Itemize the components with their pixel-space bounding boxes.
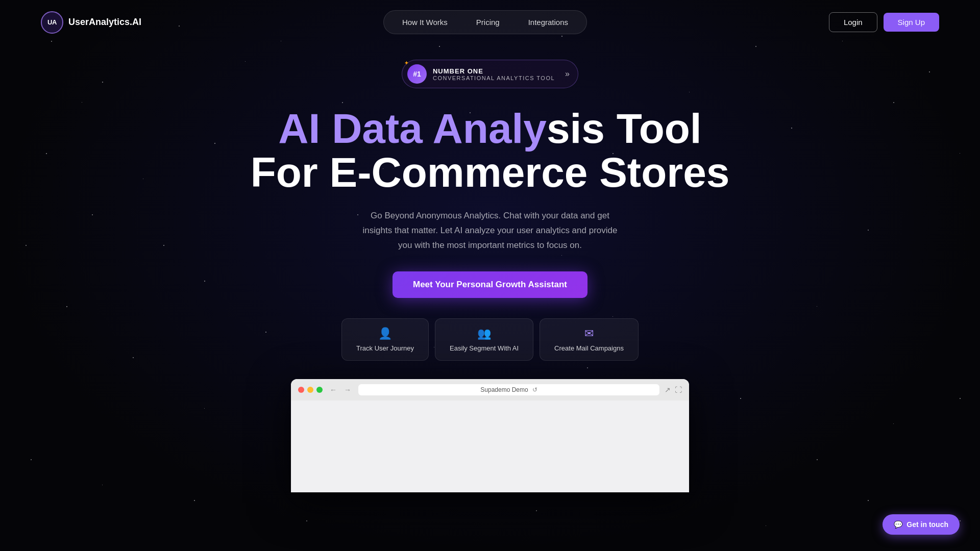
badge-title: NUMBER ONE <box>433 67 555 75</box>
easily-segment-label: Easily Segment With AI <box>450 344 519 352</box>
browser-refresh-icon: ↺ <box>532 386 537 393</box>
chat-button[interactable]: 💬 Get in touch <box>883 514 960 535</box>
browser-back-button[interactable]: ← <box>328 385 339 395</box>
nav-how-it-works[interactable]: How It Works <box>388 14 462 31</box>
create-mail-icon: ✉ <box>584 327 594 340</box>
hero-heading-line2: For E-Commerce Stores <box>251 151 730 194</box>
browser-address-bar[interactable]: Supademo Demo ↺ <box>358 384 659 395</box>
browser-external-link-icon[interactable]: ↗ <box>665 386 671 394</box>
feature-cards: 👤 Track User Journey 👥 Easily Segment Wi… <box>341 318 639 361</box>
nav-pricing[interactable]: Pricing <box>462 14 514 31</box>
hero-section: #1 NUMBER ONE CONVERSATIONAL ANALYTICS T… <box>0 44 980 492</box>
logo-icon: UA <box>41 11 63 34</box>
browser-mockup: ← → Supademo Demo ↺ ↗ ⛶ <box>291 379 689 492</box>
track-user-journey-icon: 👤 <box>378 327 392 340</box>
browser-close-dot[interactable] <box>298 387 304 393</box>
cta-button[interactable]: Meet Your Personal Growth Assistant <box>393 271 587 298</box>
browser-traffic-lights <box>298 387 323 393</box>
browser-maximize-dot[interactable] <box>316 387 323 393</box>
hero-description: Go Beyond Anonymous Analytics. Chat with… <box>357 209 623 253</box>
browser-fullscreen-icon[interactable]: ⛶ <box>675 386 682 394</box>
feature-card-create-mail-campaigns[interactable]: ✉ Create Mail Campaigns <box>540 318 639 361</box>
browser-window-actions: ↗ ⛶ <box>665 386 682 394</box>
feature-card-easily-segment-ai[interactable]: 👥 Easily Segment With AI <box>435 318 533 361</box>
chat-icon: 💬 <box>894 520 902 529</box>
login-button[interactable]: Login <box>829 12 877 32</box>
logo-text: UserAnalytics.AI <box>68 17 141 28</box>
heading-white-text: sis Tool <box>547 105 702 152</box>
badge-text: NUMBER ONE CONVERSATIONAL ANALYTICS TOOL <box>433 67 555 81</box>
signup-button[interactable]: Sign Up <box>884 13 939 32</box>
badge-subtitle: CONVERSATIONAL ANALYTICS TOOL <box>433 75 555 81</box>
browser-toolbar: ← → Supademo Demo ↺ ↗ ⛶ <box>291 379 689 400</box>
heading-purple-text: AI Data Analy <box>278 105 547 152</box>
browser-nav-buttons: ← → <box>328 385 353 395</box>
track-user-journey-label: Track User Journey <box>356 344 414 352</box>
navbar: UA UserAnalytics.AI How It Works Pricing… <box>0 0 980 44</box>
easily-segment-icon: 👥 <box>477 327 491 340</box>
feature-card-track-user-journey[interactable]: 👤 Track User Journey <box>341 318 429 361</box>
nav-links: How It Works Pricing Integrations <box>383 10 587 34</box>
browser-forward-button[interactable]: → <box>342 385 353 395</box>
number-one-badge[interactable]: #1 NUMBER ONE CONVERSATIONAL ANALYTICS T… <box>402 60 578 88</box>
hero-heading: AI Data Analysis Tool For E-Commerce Sto… <box>251 107 730 194</box>
browser-content-area <box>291 400 689 492</box>
browser-minimize-dot[interactable] <box>307 387 313 393</box>
nav-integrations[interactable]: Integrations <box>514 14 582 31</box>
nav-actions: Login Sign Up <box>829 12 939 32</box>
create-mail-label: Create Mail Campaigns <box>554 344 624 352</box>
logo-area[interactable]: UA UserAnalytics.AI <box>41 11 141 34</box>
badge-arrow-icon: » <box>565 69 570 79</box>
browser-address-text: Supademo Demo <box>480 386 528 393</box>
hero-heading-line1: AI Data Analysis Tool <box>251 107 730 151</box>
badge-rank-icon: #1 <box>407 64 427 84</box>
chat-label: Get in touch <box>906 520 948 529</box>
